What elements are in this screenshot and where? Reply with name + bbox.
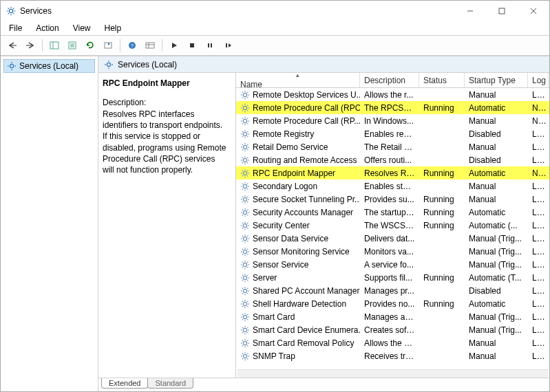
menu-help[interactable]: Help [99, 23, 127, 34]
svg-line-101 [247, 175, 248, 176]
service-description-cell: Delivers dat... [360, 234, 419, 243]
service-row[interactable]: Remote Desktop Services U...Allows the r… [236, 88, 549, 101]
svg-line-5 [8, 8, 9, 9]
service-status-cell: Running [419, 195, 465, 204]
service-description-cell: Offers routi... [360, 155, 419, 165]
restart-service-button[interactable] [220, 38, 235, 53]
service-name-cell: Shell Hardware Detection [236, 299, 360, 309]
svg-line-84 [242, 149, 243, 150]
service-row[interactable]: Smart CardManages ac...Manual (Trig...Lo… [236, 310, 549, 323]
console-tree[interactable]: Services (Local) [1, 56, 98, 391]
description-label: Description: [103, 98, 229, 107]
svg-line-83 [247, 149, 248, 150]
services-list[interactable]: ▴ Name Description Status Startup Type L… [236, 73, 549, 378]
back-button[interactable] [5, 38, 20, 53]
forward-button[interactable] [23, 38, 38, 53]
svg-point-140 [243, 237, 246, 240]
svg-point-31 [10, 64, 13, 67]
service-row[interactable]: Retail Demo ServiceThe Retail D...Manual… [236, 140, 549, 153]
service-row[interactable]: Remote RegistryEnables rem...DisabledLoc [236, 127, 549, 140]
svg-line-183 [242, 293, 243, 294]
services-icon [7, 61, 17, 71]
help-button[interactable]: ? [125, 38, 140, 53]
service-row[interactable]: Smart Card Device Enumera...Creates soft… [236, 323, 549, 336]
svg-line-155 [247, 254, 248, 254]
service-icon [240, 182, 250, 191]
service-row[interactable]: Secure Socket Tunneling Pr...Provides su… [236, 193, 549, 206]
service-row[interactable]: Routing and Remote AccessOffers routi...… [236, 153, 549, 166]
column-header-logon[interactable]: Log [528, 73, 549, 87]
service-startup-cell: Manual [465, 182, 528, 191]
maximize-button[interactable] [486, 1, 518, 21]
svg-text:?: ? [131, 43, 134, 49]
properties-button[interactable] [65, 38, 80, 53]
svg-point-104 [243, 184, 246, 188]
svg-line-66 [242, 123, 243, 124]
svg-point-50 [243, 106, 246, 109]
service-row[interactable]: Secondary LogonEnables star...ManualLoc [236, 179, 549, 193]
close-button[interactable] [518, 1, 549, 21]
svg-point-131 [243, 224, 246, 227]
svg-line-173 [247, 280, 248, 281]
minimize-button[interactable] [454, 1, 486, 21]
svg-line-182 [247, 293, 248, 294]
service-name-cell: Remote Procedure Call (RP... [236, 116, 360, 126]
service-description-cell: Enables rem... [360, 129, 419, 139]
menu-view[interactable]: View [67, 23, 96, 34]
svg-line-118 [242, 196, 243, 197]
pause-service-button[interactable] [202, 38, 218, 53]
svg-line-218 [247, 345, 248, 346]
service-row[interactable]: Security CenterThe WSCSV...RunningAutoma… [236, 219, 549, 232]
service-logon-cell: Loc [528, 312, 549, 322]
svg-line-73 [242, 131, 243, 131]
service-row[interactable]: Remote Procedure Call (RPC)The RPCSS s..… [236, 101, 549, 114]
stop-service-button[interactable] [184, 38, 200, 53]
tab-standard[interactable]: Standard [147, 378, 193, 389]
service-icon [240, 195, 250, 204]
service-row[interactable]: SNMP TrapReceives tra...ManualLoc [236, 349, 549, 362]
service-description-cell: Enables star... [360, 182, 419, 191]
column-header-description[interactable]: Description [360, 73, 419, 87]
service-row[interactable]: Security Accounts ManagerThe startup ...… [236, 206, 549, 219]
service-name-cell: Sensor Data Service [236, 234, 360, 243]
toolbar-separator [42, 39, 43, 52]
horizontal-scrollbar[interactable] [237, 369, 548, 378]
column-header-name[interactable]: ▴ Name [236, 73, 360, 87]
svg-point-0 [9, 9, 12, 12]
service-startup-cell: Disabled [465, 286, 528, 296]
service-icon [240, 103, 250, 113]
column-header-status[interactable]: Status [419, 73, 465, 87]
menu-file[interactable]: File [3, 23, 28, 34]
service-row[interactable]: Sensor ServiceA service fo...Manual (Tri… [236, 258, 549, 271]
service-row[interactable]: Shell Hardware DetectionProvides no...Ru… [236, 297, 549, 310]
column-header-startup[interactable]: Startup Type [465, 73, 528, 87]
svg-point-59 [243, 119, 246, 122]
service-logon-cell: Net [528, 103, 549, 113]
show-hide-tree-button[interactable] [47, 38, 62, 53]
title-bar: Services [1, 1, 549, 21]
service-row[interactable]: Sensor Monitoring ServiceMonitors va...M… [236, 245, 549, 258]
service-row[interactable]: Remote Procedure Call (RP...In Windows..… [236, 114, 549, 127]
details-button[interactable] [142, 38, 158, 53]
tab-extended[interactable]: Extended [101, 378, 148, 389]
service-name-cell: Sensor Service [236, 260, 360, 270]
service-row[interactable]: Shared PC Account ManagerManages pr...Di… [236, 284, 549, 297]
start-service-button[interactable] [167, 38, 182, 53]
service-row[interactable]: ServerSupports fil...RunningAutomatic (T… [236, 271, 549, 284]
export-list-button[interactable] [101, 38, 116, 53]
service-icon [240, 155, 250, 165]
service-logon-cell: Loc [528, 299, 549, 309]
service-row[interactable]: Smart Card Removal PolicyAllows the s...… [236, 336, 549, 349]
refresh-button[interactable] [83, 38, 98, 53]
service-startup-cell: Automatic (... [465, 221, 528, 230]
service-row[interactable]: Sensor Data ServiceDelivers dat...Manual… [236, 232, 549, 245]
svg-rect-10 [499, 8, 505, 14]
service-logon-cell: Loc [528, 129, 549, 139]
service-logon-cell: Loc [528, 195, 549, 204]
service-row[interactable]: RPC Endpoint MapperResolves RP...Running… [236, 166, 549, 179]
tree-item-services-local[interactable]: Services (Local) [3, 59, 95, 73]
service-description-cell: Provides no... [360, 299, 419, 309]
svg-line-199 [242, 314, 243, 314]
menu-action[interactable]: Action [30, 23, 64, 34]
svg-point-122 [243, 210, 246, 214]
